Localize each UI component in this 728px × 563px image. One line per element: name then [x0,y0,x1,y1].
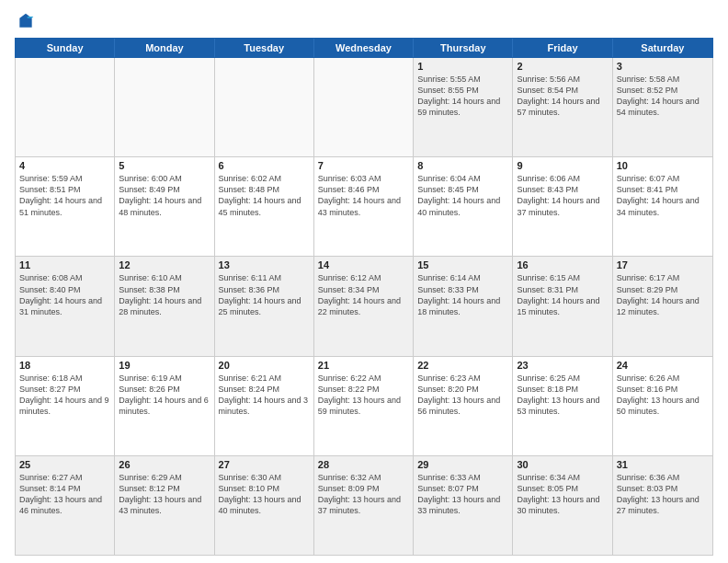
header-wednesday: Wednesday [314,39,414,57]
calendar-cell-7: 7 Sunrise: 6:03 AM Sunset: 8:46 PM Dayli… [314,157,414,256]
day-number: 8 [417,160,508,171]
day-number: 29 [417,459,508,470]
day-number: 10 [617,160,709,171]
calendar-cell-25: 25 Sunrise: 6:27 AM Sunset: 8:14 PM Dayl… [16,456,115,555]
calendar-cell-16: 16 Sunrise: 6:15 AM Sunset: 8:31 PM Dayl… [513,257,612,355]
day-info: Sunrise: 6:18 AM Sunset: 8:27 PM Dayligh… [19,373,110,418]
calendar-week-1: 1 Sunrise: 5:55 AM Sunset: 8:55 PM Dayli… [16,58,712,157]
day-number: 4 [19,160,110,171]
logo [15,11,35,30]
day-info: Sunrise: 6:12 AM Sunset: 8:34 PM Dayligh… [318,272,409,317]
day-number: 21 [318,360,409,371]
calendar-week-3: 11 Sunrise: 6:08 AM Sunset: 8:40 PM Dayl… [16,257,712,356]
calendar-cell-9: 9 Sunrise: 6:06 AM Sunset: 8:43 PM Dayli… [513,157,612,256]
calendar-cell-6: 6 Sunrise: 6:02 AM Sunset: 8:48 PM Dayli… [215,157,314,256]
day-number: 22 [417,360,508,371]
day-info: Sunrise: 6:22 AM Sunset: 8:22 PM Dayligh… [318,373,409,418]
day-info: Sunrise: 6:29 AM Sunset: 8:12 PM Dayligh… [119,472,210,517]
day-number: 19 [119,360,210,371]
day-info: Sunrise: 6:36 AM Sunset: 8:03 PM Dayligh… [617,472,709,517]
day-number: 3 [617,61,709,72]
day-number: 5 [119,160,210,171]
calendar-cell-empty-3 [314,58,414,156]
calendar-cell-empty-1 [115,58,214,156]
calendar-cell-19: 19 Sunrise: 6:19 AM Sunset: 8:26 PM Dayl… [115,357,214,455]
calendar: Sunday Monday Tuesday Wednesday Thursday… [15,38,713,556]
day-number: 11 [19,259,110,270]
day-info: Sunrise: 6:30 AM Sunset: 8:10 PM Dayligh… [219,472,310,517]
day-info: Sunrise: 6:33 AM Sunset: 8:07 PM Dayligh… [417,472,508,517]
calendar-cell-4: 4 Sunrise: 5:59 AM Sunset: 8:51 PM Dayli… [16,157,115,256]
day-number: 25 [19,459,110,470]
day-info: Sunrise: 6:14 AM Sunset: 8:33 PM Dayligh… [417,272,508,317]
calendar-cell-18: 18 Sunrise: 6:18 AM Sunset: 8:27 PM Dayl… [16,357,115,455]
day-info: Sunrise: 6:15 AM Sunset: 8:31 PM Dayligh… [517,272,608,317]
day-info: Sunrise: 6:26 AM Sunset: 8:16 PM Dayligh… [617,373,709,418]
header-tuesday: Tuesday [215,39,314,57]
logo-icon [17,12,35,30]
day-number: 31 [617,459,709,470]
day-number: 17 [617,259,709,270]
day-number: 24 [617,360,709,371]
header-thursday: Thursday [414,39,513,57]
day-info: Sunrise: 5:59 AM Sunset: 8:51 PM Dayligh… [19,173,110,218]
day-info: Sunrise: 6:03 AM Sunset: 8:46 PM Dayligh… [318,173,409,218]
calendar-cell-2: 2 Sunrise: 5:56 AM Sunset: 8:54 PM Dayli… [513,58,612,156]
day-info: Sunrise: 6:17 AM Sunset: 8:29 PM Dayligh… [617,272,709,317]
day-info: Sunrise: 6:04 AM Sunset: 8:45 PM Dayligh… [417,173,508,218]
page: Sunday Monday Tuesday Wednesday Thursday… [0,0,728,563]
day-info: Sunrise: 6:00 AM Sunset: 8:49 PM Dayligh… [119,173,210,218]
calendar-cell-30: 30 Sunrise: 6:34 AM Sunset: 8:05 PM Dayl… [513,456,612,555]
calendar-cell-27: 27 Sunrise: 6:30 AM Sunset: 8:10 PM Dayl… [215,456,314,555]
calendar-week-4: 18 Sunrise: 6:18 AM Sunset: 8:27 PM Dayl… [16,357,712,456]
calendar-cell-20: 20 Sunrise: 6:21 AM Sunset: 8:24 PM Dayl… [215,357,314,455]
day-info: Sunrise: 6:21 AM Sunset: 8:24 PM Dayligh… [219,373,310,418]
day-number: 26 [119,459,210,470]
calendar-cell-29: 29 Sunrise: 6:33 AM Sunset: 8:07 PM Dayl… [414,456,513,555]
calendar-cell-12: 12 Sunrise: 6:10 AM Sunset: 8:38 PM Dayl… [115,257,214,355]
day-number: 16 [517,259,608,270]
calendar-cell-24: 24 Sunrise: 6:26 AM Sunset: 8:16 PM Dayl… [613,357,712,455]
day-info: Sunrise: 6:25 AM Sunset: 8:18 PM Dayligh… [517,373,608,418]
day-number: 30 [517,459,608,470]
day-info: Sunrise: 5:58 AM Sunset: 8:52 PM Dayligh… [617,74,709,119]
calendar-cell-31: 31 Sunrise: 6:36 AM Sunset: 8:03 PM Dayl… [613,456,712,555]
calendar-body: 1 Sunrise: 5:55 AM Sunset: 8:55 PM Dayli… [15,58,713,556]
day-info: Sunrise: 6:10 AM Sunset: 8:38 PM Dayligh… [119,272,210,317]
day-number: 2 [517,61,608,72]
calendar-week-5: 25 Sunrise: 6:27 AM Sunset: 8:14 PM Dayl… [16,456,712,555]
day-info: Sunrise: 6:07 AM Sunset: 8:41 PM Dayligh… [617,173,709,218]
calendar-header: Sunday Monday Tuesday Wednesday Thursday… [15,38,713,58]
day-number: 13 [219,259,310,270]
day-number: 1 [417,61,508,72]
day-info: Sunrise: 6:08 AM Sunset: 8:40 PM Dayligh… [19,272,110,317]
day-info: Sunrise: 6:06 AM Sunset: 8:43 PM Dayligh… [517,173,608,218]
header-saturday: Saturday [613,39,712,57]
day-info: Sunrise: 6:02 AM Sunset: 8:48 PM Dayligh… [219,173,310,218]
calendar-cell-15: 15 Sunrise: 6:14 AM Sunset: 8:33 PM Dayl… [414,257,513,355]
calendar-cell-22: 22 Sunrise: 6:23 AM Sunset: 8:20 PM Dayl… [414,357,513,455]
day-info: Sunrise: 5:55 AM Sunset: 8:55 PM Dayligh… [417,74,508,119]
calendar-cell-28: 28 Sunrise: 6:32 AM Sunset: 8:09 PM Dayl… [314,456,414,555]
day-info: Sunrise: 6:32 AM Sunset: 8:09 PM Dayligh… [318,472,409,517]
header [15,11,713,30]
day-number: 15 [417,259,508,270]
calendar-cell-21: 21 Sunrise: 6:22 AM Sunset: 8:22 PM Dayl… [314,357,414,455]
calendar-cell-empty-2 [215,58,314,156]
day-number: 27 [219,459,310,470]
day-info: Sunrise: 6:19 AM Sunset: 8:26 PM Dayligh… [119,373,210,418]
day-number: 6 [219,160,310,171]
day-number: 14 [318,259,409,270]
calendar-cell-8: 8 Sunrise: 6:04 AM Sunset: 8:45 PM Dayli… [414,157,513,256]
calendar-cell-1: 1 Sunrise: 5:55 AM Sunset: 8:55 PM Dayli… [414,58,513,156]
calendar-cell-5: 5 Sunrise: 6:00 AM Sunset: 8:49 PM Dayli… [115,157,214,256]
day-number: 9 [517,160,608,171]
calendar-cell-10: 10 Sunrise: 6:07 AM Sunset: 8:41 PM Dayl… [613,157,712,256]
calendar-cell-11: 11 Sunrise: 6:08 AM Sunset: 8:40 PM Dayl… [16,257,115,355]
day-number: 23 [517,360,608,371]
day-info: Sunrise: 6:27 AM Sunset: 8:14 PM Dayligh… [19,472,110,517]
header-friday: Friday [513,39,612,57]
calendar-week-2: 4 Sunrise: 5:59 AM Sunset: 8:51 PM Dayli… [16,157,712,257]
calendar-cell-26: 26 Sunrise: 6:29 AM Sunset: 8:12 PM Dayl… [115,456,214,555]
day-info: Sunrise: 6:23 AM Sunset: 8:20 PM Dayligh… [417,373,508,418]
